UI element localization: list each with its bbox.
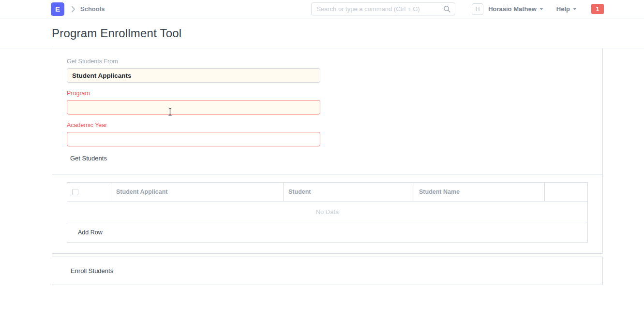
enroll-students-button[interactable]: Enroll Students bbox=[67, 264, 117, 278]
program-label: Program bbox=[67, 90, 588, 97]
page-head: Program Enrollment Tool bbox=[0, 18, 644, 48]
notifications-badge[interactable]: 1 bbox=[591, 4, 604, 14]
avatar[interactable]: H bbox=[472, 3, 483, 15]
navbar: E Schools H Horasio Mathew Help 1 bbox=[0, 0, 644, 18]
user-name: Horasio Mathew bbox=[488, 5, 537, 13]
grid-footer-row: Add Row bbox=[67, 222, 587, 242]
academic-year-label: Academic Year bbox=[67, 122, 588, 129]
grid-column-student-applicant: Student Applicant bbox=[111, 183, 284, 201]
navbar-right: H Horasio Mathew Help 1 bbox=[472, 3, 604, 15]
get-students-from-label: Get Students From bbox=[67, 58, 588, 65]
get-students-from-select[interactable] bbox=[67, 68, 320, 83]
form-card: Get Students From Program Academic Year … bbox=[52, 48, 603, 254]
grid-column-student: Student bbox=[284, 183, 414, 201]
search-icon[interactable] bbox=[443, 5, 451, 13]
students-grid-section: Student Applicant Student Student Name N… bbox=[52, 174, 602, 253]
help-menu[interactable]: Help bbox=[556, 5, 577, 13]
app-logo[interactable]: E bbox=[51, 2, 64, 16]
user-menu[interactable]: Horasio Mathew bbox=[488, 5, 543, 13]
page-title: Program Enrollment Tool bbox=[52, 27, 181, 40]
caret-down-icon bbox=[573, 8, 577, 10]
global-search bbox=[311, 2, 455, 15]
search-input[interactable] bbox=[316, 5, 443, 13]
grid-no-data-row: No Data bbox=[67, 201, 587, 222]
grid-column-empty bbox=[545, 183, 587, 201]
grid-select-all-cell bbox=[67, 183, 111, 201]
grid-header-row: Student Applicant Student Student Name bbox=[67, 183, 587, 201]
chevron-right-icon bbox=[71, 6, 75, 13]
students-grid: Student Applicant Student Student Name N… bbox=[67, 182, 588, 243]
caret-down-icon bbox=[539, 8, 543, 10]
grid-column-student-name: Student Name bbox=[414, 183, 545, 201]
actions-card: Enroll Students bbox=[52, 257, 603, 285]
academic-year-input[interactable] bbox=[67, 132, 320, 146]
help-label: Help bbox=[556, 5, 570, 13]
breadcrumb-schools[interactable]: Schools bbox=[80, 5, 105, 13]
program-input[interactable] bbox=[67, 100, 320, 115]
form-fields-section: Get Students From Program Academic Year … bbox=[52, 48, 602, 174]
get-students-button[interactable]: Get Students bbox=[66, 151, 111, 165]
select-all-checkbox[interactable] bbox=[72, 189, 78, 195]
add-row-button[interactable]: Add Row bbox=[74, 226, 106, 239]
